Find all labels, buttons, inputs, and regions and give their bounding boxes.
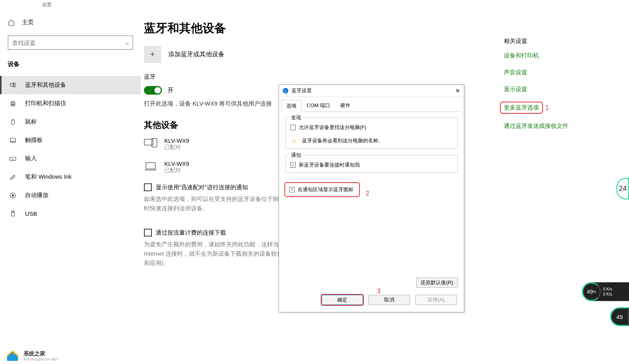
sidebar-item-label: 触摸板 xyxy=(25,136,43,144)
annotation-1: 1 xyxy=(545,104,549,111)
home-icon xyxy=(8,19,15,26)
link-more-bluetooth-options[interactable]: 更多蓝牙选项 xyxy=(501,102,542,113)
apply-button[interactable]: 应用(A) xyxy=(415,295,457,305)
pen-icon xyxy=(9,174,16,181)
group-discovery-title: 发现 xyxy=(289,114,303,121)
sidebar-section-label: 设备 xyxy=(8,61,141,68)
sidebar: 主页 ⌕ 设备 蓝牙和其他设备 打印机和扫描仪 鼠标 触摸板 xyxy=(0,9,141,364)
sidebar-item-label: 输入 xyxy=(25,155,37,162)
home-link[interactable]: 主页 xyxy=(8,16,141,29)
svg-rect-20 xyxy=(146,163,155,169)
link-display-settings[interactable]: 显示设置 xyxy=(504,86,625,93)
dialog-titlebar[interactable]: ᛒ 蓝牙设置 ✕ xyxy=(279,85,464,97)
metered-checkbox[interactable] xyxy=(144,229,152,237)
tab-options[interactable]: 选项 xyxy=(281,100,302,112)
svg-rect-17 xyxy=(11,212,14,216)
metered-label: 通过按流量计费的连接下载 xyxy=(156,229,226,237)
sidebar-item-typing[interactable]: 输入 xyxy=(0,149,141,168)
sidebar-item-mouse[interactable]: 鼠标 xyxy=(0,113,141,131)
monitor-icon xyxy=(144,138,157,151)
sidebar-item-usb[interactable]: USB xyxy=(0,204,141,222)
page-title: 蓝牙和其他设备 xyxy=(144,20,488,36)
dialog-tabs: 选项 COM 端口 硬件 xyxy=(281,99,462,112)
right-panel: 相关设置 设备和打印机 声音设置 显示设置 更多蓝牙选项 1 通过蓝牙发送或接收… xyxy=(504,9,629,364)
tab-com-ports[interactable]: COM 端口 xyxy=(302,99,335,111)
svg-rect-19 xyxy=(152,138,157,147)
quickpair-desc: 如果选中此选项，则可以在受支持的蓝牙设备位于附近时快速连接到这些设备。 xyxy=(144,194,285,213)
group-discovery: 发现 允许蓝牙设备查找这台电脑(F) ⚠ 蓝牙设备将会看到这台电脑的名称。 xyxy=(285,117,458,149)
link-devices-printers[interactable]: 设备和打印机 xyxy=(504,52,625,59)
net-down: 0 K/s xyxy=(603,292,612,296)
group-notifications: 通知 新蓝牙设备要连接时通知我 xyxy=(285,155,458,173)
touchpad-icon xyxy=(9,137,16,144)
search-input[interactable] xyxy=(12,39,126,46)
quickpair-label: 显示使用"迅速配对"进行连接的通知 xyxy=(156,184,248,191)
bluetooth-heading: 蓝牙 xyxy=(144,73,488,81)
sidebar-item-touchpad[interactable]: 触摸板 xyxy=(0,131,141,149)
warning-text: 蓝牙设备将会看到这台电脑的名称。 xyxy=(302,137,383,144)
checkbox-show-tray-icon-label: 在通知区域显示蓝牙图标 xyxy=(298,186,354,193)
sidebar-item-label: 笔和 Windows Ink xyxy=(25,173,72,181)
bluetooth-icon: ᛒ xyxy=(283,88,288,93)
devices-icon xyxy=(9,82,16,89)
sidebar-item-printers[interactable]: 打印机和扫描仪 xyxy=(0,94,141,113)
sidebar-item-label: 鼠标 xyxy=(25,118,37,126)
device-status: 已配对 xyxy=(164,144,189,151)
checkbox-notify-connect[interactable] xyxy=(290,162,296,168)
usb-icon xyxy=(9,210,16,217)
add-device-label: 添加蓝牙或其他设备 xyxy=(168,50,225,59)
add-device-button[interactable]: + 添加蓝牙或其他设备 xyxy=(144,46,488,63)
laptop-icon xyxy=(144,161,157,174)
quickpair-checkbox[interactable] xyxy=(144,183,152,191)
ok-button[interactable]: 确定 xyxy=(322,295,363,305)
sidebar-item-bluetooth[interactable]: 蓝牙和其他设备 xyxy=(0,76,141,94)
device-name: KLV-WX9 xyxy=(164,137,189,144)
bluetooth-settings-dialog: ᛒ 蓝牙设置 ✕ 选项 COM 端口 硬件 发现 允许蓝牙设备查找这台电脑(F)… xyxy=(279,84,464,312)
search-icon: ⌕ xyxy=(126,39,129,46)
keyboard-icon xyxy=(9,155,16,162)
net-up: 0 K/s xyxy=(603,287,612,291)
plus-icon: + xyxy=(144,46,161,63)
watermark-text: 系统之家 xyxy=(23,350,59,357)
widget-network[interactable]: 49 xyxy=(610,307,629,326)
sidebar-item-label: 蓝牙和其他设备 xyxy=(25,81,66,89)
toggle-state-label: 开 xyxy=(167,86,174,95)
sidebar-item-pen[interactable]: 笔和 Windows Ink xyxy=(0,168,141,186)
dialog-button-row: 确定 取消 应用(A) xyxy=(281,292,462,310)
svg-rect-2 xyxy=(11,102,15,105)
svg-rect-3 xyxy=(12,101,14,103)
autoplay-icon xyxy=(9,192,16,199)
warning-icon: ⚠ xyxy=(292,138,297,144)
sidebar-item-label: USB xyxy=(25,210,37,217)
group-notifications-title: 通知 xyxy=(289,152,303,159)
related-settings-heading: 相关设置 xyxy=(504,38,625,45)
annotation-2: 2 xyxy=(366,190,369,197)
cancel-button[interactable]: 取消 xyxy=(368,295,410,305)
watermark-subtext: XITONGZHIJIA.NET xyxy=(23,357,59,361)
close-icon[interactable]: ✕ xyxy=(455,88,460,94)
device-status: 已配对 xyxy=(164,167,189,174)
checkbox-notify-connect-label: 新蓝牙设备要连接时通知我 xyxy=(299,161,360,169)
tab-hardware[interactable]: 硬件 xyxy=(335,99,356,111)
device-name: KLV-WX9 xyxy=(164,160,189,167)
link-sound-settings[interactable]: 声音设置 xyxy=(504,69,625,76)
restore-defaults-button[interactable]: 还原默认值(R) xyxy=(416,278,458,288)
mouse-icon xyxy=(9,118,16,126)
printer-icon xyxy=(9,100,16,107)
bluetooth-toggle[interactable] xyxy=(144,86,162,95)
annotation-3: 3 xyxy=(377,288,381,295)
sidebar-item-label: 打印机和扫描仪 xyxy=(25,100,66,107)
home-label: 主页 xyxy=(22,19,34,26)
search-input-box[interactable]: ⌕ xyxy=(8,36,133,50)
sidebar-item-autoplay[interactable]: 自动播放 xyxy=(0,186,141,204)
svg-rect-10 xyxy=(10,157,16,160)
checkbox-allow-find[interactable] xyxy=(290,125,296,130)
watermark-icon xyxy=(5,350,20,362)
widget-battery[interactable]: 49% 0 K/s 0 K/s xyxy=(582,282,629,301)
sidebar-item-label: 自动播放 xyxy=(25,192,49,199)
checkbox-show-tray-icon[interactable] xyxy=(289,187,295,192)
window-titlebar: 设置 xyxy=(0,0,629,9)
link-bluetooth-send-receive[interactable]: 通过蓝牙发送或接收文件 xyxy=(504,122,625,130)
dialog-title: 蓝牙设置 xyxy=(291,87,312,94)
metered-desc: 为避免产生额外的费用，请始终关闭此功能，这样当 Internet 连接时，就不会… xyxy=(144,240,285,268)
